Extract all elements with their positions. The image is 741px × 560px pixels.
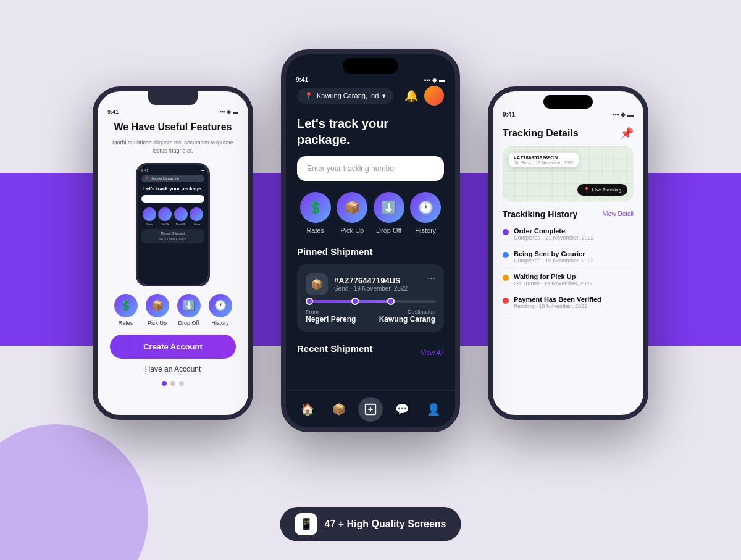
progress-dot-2 [351,298,359,305]
nav-home[interactable]: 🏠 [295,397,320,422]
center-time: 9:41 [296,77,308,83]
mini-icon-dropoff: Drop Off [174,207,188,225]
history-status-3: Pending [514,303,534,309]
right-content: Tracking Details 📌 #AZ7866536269CN On Go… [493,120,643,320]
center-pickup-circle[interactable]: 📦 [337,192,367,223]
mini-title: Let's track your package. [141,186,204,191]
nav-chat[interactable]: 💬 [390,397,414,422]
mini-icon-circle-history [190,207,203,221]
left-time: 9:41 [107,109,119,115]
mini-location: 📍Kawung Carang, Ind [141,175,204,182]
right-header: Tracking Details 📌 [503,127,634,140]
left-headline: We Have Useful Features [110,121,236,134]
center-content: 📍 Kawung Carang, Ind ▾ 🔔 Let's track you… [286,86,455,427]
mini-input [141,195,204,203]
tracking-date: 19 November, 2022 [536,161,574,165]
history-date-2: 19 November, 2022 [544,280,593,286]
center-dropoff-label: Drop Off [374,227,404,234]
history-date-1: 19 November, 2022 [545,257,594,264]
dropoff-label: Drop Off [177,320,201,326]
history-title-3: Payment Has Been Verified [514,296,601,303]
mini-icons-row: Rates Pick Up Drop Off History [141,207,204,225]
phone-left: 9:41 ▪▪▪ ◈ ▬ We Have Useful Features Mor… [93,86,253,420]
progress-dot-1 [306,298,313,305]
dot-3 [179,381,184,386]
phones-container: 9:41 ▪▪▪ ◈ ▬ We Have Useful Features Mor… [93,49,648,469]
center-rates-circle[interactable]: 💲 [300,192,331,223]
pickup-circle: 📦 [146,294,169,317]
mini-shipment: Pinned Shipment #AZ7764471194US [141,229,204,243]
mini-icon-label-pickup: Pick Up [158,222,172,225]
live-icon: 📍 [584,187,590,193]
center-action-pickup: 📦 Pick Up [337,192,367,234]
mini-icon-history: History [190,207,203,225]
badge-text: 47 + High Quality Screens [325,519,446,530]
history-header: Trackiking History View Detail [503,209,634,219]
phone-center: 9:41 ▪▪▪ ◈ ▬ 📍 Kawung Carang, Ind ▾ 🔔 Le… [281,49,460,432]
track-input[interactable]: Enter your tracking number [297,156,444,181]
mini-shipment-id: #AZ7764471194US [144,237,202,241]
center-history-circle[interactable]: 🕐 [410,192,441,223]
history-date-3: 19 November, 2022 [539,303,588,309]
view-detail-button[interactable]: View Detail [603,211,634,217]
from-label: From [306,309,356,315]
history-item-2: Waiting for Pick Up On Transit · 19 Nove… [503,269,634,291]
live-tracking-button[interactable]: 📍 Live Tracking [577,184,627,196]
history-title-1: Being Sent by Courier [514,250,594,257]
center-header: 📍 Kawung Carang, Ind ▾ 🔔 [297,86,444,106]
more-dots-icon[interactable]: ··· [427,273,435,284]
ship-type: Send [334,285,348,292]
badge-phone-icon: 📱 [295,513,317,535]
progress-track [306,300,435,303]
have-account-button[interactable]: Have an Account [110,365,236,374]
notification-icon[interactable]: 🔔 [404,89,418,102]
recent-section-title: Recent Shipment [297,343,373,354]
phone-right: 9:41 ▪▪▪ ◈ ▬ Tracking Details 📌 #AZ78665… [488,86,648,420]
left-status-bar: 9:41 ▪▪▪ ◈ ▬ [98,105,248,116]
location-pin-icon: 📍 [304,92,313,100]
route-info: From Negeri Pereng Destination Kawung Ca… [306,309,435,324]
recent-header: Recent Shipment View All [297,343,444,361]
history-meta-0: Completed · 21 November, 2022 [514,235,594,241]
history-info-0: Order Complete Completed · 21 November, … [514,227,594,241]
history-item-1: Being Sent by Courier Completed · 19 Nov… [503,246,634,269]
progress-dot-3 [387,298,395,305]
center-signal: ▪▪▪ ◈ ▬ [424,77,445,83]
history-meta-3: Pending · 19 November, 2022 [514,303,601,309]
left-mini-phone: 9:41▪▪▪ 📍Kawung Carang, Ind Let's track … [136,163,210,286]
center-dropoff-circle[interactable]: ⬇️ [374,192,404,223]
view-all-button[interactable]: View All [421,349,444,356]
center-dynamic-island [343,58,398,74]
pin-icon[interactable]: 📌 [620,127,634,140]
nav-user[interactable]: 👤 [421,397,446,422]
pickup-label: Pick Up [146,320,169,326]
mini-icon-pickup: Pick Up [158,207,172,225]
history-item-0: Order Complete Completed · 21 November, … [503,223,634,246]
history-title-2: Waiting for Pick Up [514,273,593,280]
history-label: History [209,320,232,326]
tracking-id-text: #AZ7866536269CN [514,155,574,161]
tracking-going: On Going [514,161,532,165]
history-section-text: king History [527,209,577,219]
mini-status: 9:41▪▪▪ [141,169,204,172]
mini-icon-circle-dropoff [174,207,188,221]
nav-box[interactable]: 📦 [327,397,351,422]
history-title-0: Order Complete [514,227,594,235]
location-pill[interactable]: 📍 Kawung Carang, Ind ▾ [297,88,393,104]
dest-city: Kawung Carang [379,315,435,324]
location-text: Kawung Carang, Ind [317,92,379,99]
shipment-card-left: 📦 #AZ776447194US Send · 19 November, 202… [306,273,408,295]
pinned-section-title: Pinned Shipment [297,246,444,257]
left-signal: ▪▪▪ ◈ ▬ [219,109,238,115]
progress-fill [306,300,390,303]
center-action-history: 🕐 History [410,192,441,234]
nav-scan[interactable] [358,397,383,422]
history-list: Order Complete Completed · 21 November, … [503,223,634,314]
dots-indicator [110,381,236,386]
left-quick-actions: 💲 Rates 📦 Pick Up ⬇️ Drop Off 🕐 History [110,294,236,326]
create-account-button[interactable]: Create Account [110,335,236,359]
avatar[interactable] [424,86,444,106]
ship-id: #AZ776447194US [334,276,408,285]
tracking-id-badge: #AZ7866536269CN On Going · 19 November, … [509,153,579,167]
history-status-2: On Transit [514,280,540,286]
